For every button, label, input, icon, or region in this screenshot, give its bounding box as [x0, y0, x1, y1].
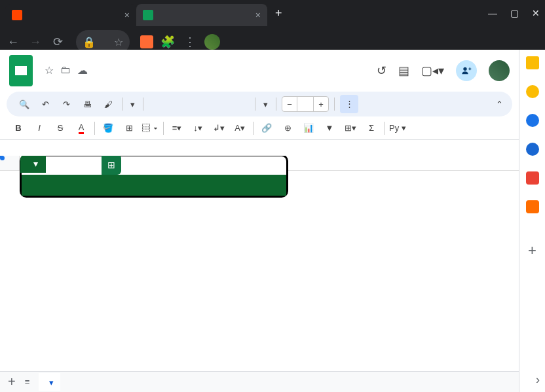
svg-point-0 — [463, 67, 466, 71]
decrease-decimal-button[interactable] — [191, 96, 208, 113]
maximize-icon[interactable]: ▢ — [510, 8, 519, 18]
collapse-toolbar-icon[interactable]: ⌃ — [496, 99, 503, 109]
toolbar-primary: 🔍 ↶ ↷ 🖶 🖌 ▾ ▾ − + ⋮ ⌃ — [7, 92, 512, 116]
new-tab-button[interactable]: + — [275, 7, 282, 20]
font-dropdown[interactable]: ▾ — [261, 96, 271, 113]
filter-button[interactable]: ▼ — [320, 120, 339, 137]
percent-button[interactable] — [170, 96, 187, 113]
strike-button[interactable]: S — [51, 120, 69, 137]
browser-tab-bar: × × + — ▢ ✕ — [0, 0, 545, 26]
zoom-dropdown[interactable]: ▾ — [128, 96, 138, 113]
close-icon[interactable]: × — [124, 10, 130, 20]
toolbar-format: B I S A 🪣 ⊞ ⿳ ▾ ≡▾ ↓▾ ↲▾ A▾ 🔗 ⊕ 📊 ▼ ⊞▾ Σ… — [0, 116, 519, 140]
add-panel-button[interactable]: + — [528, 242, 536, 259]
print-button[interactable]: 🖶 — [79, 96, 96, 113]
lock-icon: 🔒 — [83, 36, 96, 48]
font-size-stepper[interactable]: − + — [282, 96, 329, 112]
filter-views-button[interactable]: ⊞▾ — [341, 120, 360, 137]
extensions-icon[interactable]: 🧩 — [160, 35, 176, 49]
borders-button[interactable]: ⊞ — [120, 120, 138, 137]
chevron-down-icon: ▾ — [33, 158, 38, 169]
add-sheet-button[interactable]: + — [8, 374, 16, 389]
merge-button[interactable]: ⿳ ▾ — [141, 120, 159, 137]
table-name-chip[interactable]: ▾ — [20, 156, 46, 173]
table-header-row — [22, 175, 286, 196]
tasks-icon[interactable] — [526, 114, 539, 127]
fill-color-button[interactable]: 🪣 — [99, 120, 117, 137]
share-button[interactable] — [456, 60, 477, 81]
close-window-icon[interactable]: ✕ — [532, 8, 540, 18]
toolbar-more-button[interactable]: ⋮ — [340, 95, 358, 113]
increase-decimal-button[interactable] — [212, 96, 229, 113]
sheet-tab-bar: + ≡ ▾ — [0, 371, 519, 392]
currency-button[interactable] — [149, 96, 166, 113]
menu-icon[interactable]: ⋮ — [182, 35, 198, 49]
browser-tab-2[interactable]: × — [136, 4, 267, 26]
spreadsheet-grid[interactable]: ▾ ⊞ — [0, 156, 519, 371]
paint-format-button[interactable]: 🖌 — [100, 96, 117, 113]
cloud-status-icon[interactable]: ☁ — [77, 64, 88, 77]
redo-button[interactable]: ↷ — [58, 96, 75, 113]
wrap-button[interactable]: ↲▾ — [210, 120, 228, 137]
sheets-favicon-icon — [143, 10, 153, 20]
selection-handle[interactable] — [0, 156, 5, 160]
history-icon[interactable]: ↺ — [377, 63, 386, 78]
panel-chevron-icon[interactable]: › — [536, 373, 540, 387]
meet-icon[interactable]: ▢◂▾ — [421, 63, 444, 78]
back-button[interactable]: ← — [5, 35, 21, 49]
maps-icon[interactable] — [526, 171, 539, 185]
table-expand-button[interactable]: ⊞ — [102, 156, 121, 175]
close-icon[interactable]: × — [255, 10, 261, 20]
rotate-button[interactable]: A▾ — [231, 120, 249, 137]
side-panel: + › — [519, 50, 545, 392]
keep-icon[interactable] — [526, 85, 539, 98]
move-icon[interactable]: 🗀 — [60, 64, 71, 76]
font-size-value[interactable] — [297, 97, 314, 111]
language-button[interactable]: Ру ▾ — [389, 120, 406, 137]
font-size-decrease[interactable]: − — [282, 99, 297, 109]
halign-button[interactable]: ≡▾ — [168, 120, 186, 137]
valign-button[interactable]: ↓▾ — [189, 120, 207, 137]
comments-icon[interactable]: ▤ — [398, 63, 409, 78]
undo-button[interactable]: ↶ — [37, 96, 54, 113]
data-table[interactable]: ▾ ⊞ — [20, 156, 288, 198]
search-icon[interactable]: 🔍 — [16, 96, 33, 113]
forward-button[interactable]: → — [28, 35, 43, 49]
star-icon[interactable]: ☆ — [114, 36, 123, 48]
minimize-icon[interactable]: — — [488, 8, 497, 18]
comment-button[interactable]: ⊕ — [278, 120, 297, 137]
reload-button[interactable]: ⟳ — [50, 35, 66, 49]
account-avatar[interactable] — [489, 60, 510, 81]
star-icon[interactable]: ☆ — [45, 64, 54, 77]
extension-icon[interactable] — [140, 35, 153, 48]
addon-icon[interactable] — [526, 200, 539, 213]
bold-button[interactable]: B — [9, 120, 28, 137]
sheets-app: ☆ 🗀 ☁ ↺ ▤ ▢◂▾ 🔍 ↶ ↷ 🖶 🖌 ▾ ▾ — [0, 50, 519, 392]
chevron-down-icon: ▾ — [49, 378, 54, 387]
link-button[interactable]: 🔗 — [257, 120, 276, 137]
sheets-logo-icon[interactable] — [9, 55, 33, 86]
tab-favicon-icon — [12, 10, 22, 20]
profile-avatar[interactable] — [204, 34, 220, 50]
contacts-icon[interactable] — [526, 143, 539, 156]
browser-tab-1[interactable]: × — [5, 4, 136, 26]
italic-button[interactable]: I — [30, 120, 48, 137]
number-format-button[interactable] — [233, 96, 250, 113]
functions-button[interactable]: Σ — [362, 120, 381, 137]
text-color-button[interactable]: A — [72, 120, 90, 137]
font-size-increase[interactable]: + — [314, 99, 328, 109]
calendar-icon[interactable] — [526, 56, 539, 69]
window-controls: — ▢ ✕ — [488, 8, 540, 18]
all-sheets-button[interactable]: ≡ — [25, 377, 30, 387]
chart-button[interactable]: 📊 — [299, 120, 318, 137]
doc-header: ☆ 🗀 ☁ ↺ ▤ ▢◂▾ — [0, 50, 519, 86]
sheet-tab[interactable]: ▾ — [39, 373, 60, 391]
